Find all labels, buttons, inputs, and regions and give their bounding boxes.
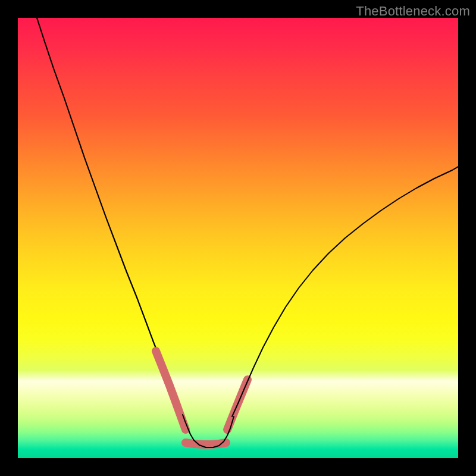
watermark-text: TheBottleneck.com: [356, 4, 470, 19]
chart-svg: [18, 18, 458, 458]
chart-plot-area: [18, 18, 458, 458]
chart-frame: TheBottleneck.com: [0, 0, 476, 476]
series-left-marker-segment: [156, 351, 186, 430]
series-right-branch: [232, 167, 458, 416]
